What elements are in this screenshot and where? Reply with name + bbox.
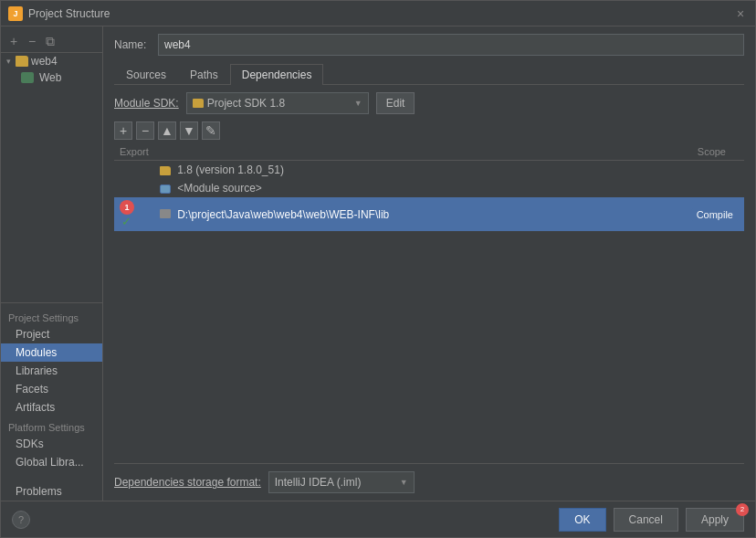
- dep-edit-button[interactable]: ✎: [202, 121, 220, 140]
- tree-item-web-label: Web: [39, 71, 61, 84]
- dep-add-button[interactable]: +: [114, 121, 132, 140]
- dialog-title: Project Structure: [28, 7, 110, 20]
- dep-row-module-export: [114, 179, 154, 197]
- tab-dependencies[interactable]: Dependencies: [230, 64, 324, 85]
- module-sdk-select[interactable]: Project SDK 1.8 ▼: [186, 92, 369, 114]
- sdk-chevron-icon: ▼: [354, 99, 362, 108]
- dep-checkmark: ✓: [121, 215, 131, 228]
- dep-row-module-source[interactable]: <Module source>: [114, 179, 744, 197]
- sdk-value-label: Project SDK 1.8: [207, 97, 285, 110]
- dep-row-jdk-export: [114, 161, 154, 180]
- col-scope: Scope: [686, 143, 744, 161]
- module-sdk-row: Module SDK: Project SDK 1.8 ▼ Edit: [114, 92, 744, 114]
- dep-row-jdk-scope: [686, 161, 744, 180]
- name-label: Name:: [114, 38, 151, 51]
- storage-row: Dependencies storage format: IntelliJ ID…: [114, 463, 744, 493]
- sidebar-item-project-label: Project: [16, 328, 49, 341]
- col-export: Export: [114, 143, 154, 161]
- dep-row-lib-name: D:\project\Java\web\web4\web\WEB-INF\lib: [154, 197, 686, 231]
- tree-item-web[interactable]: Web: [1, 69, 102, 86]
- storage-label: Dependencies storage format:: [114, 476, 261, 489]
- cancel-button[interactable]: Cancel: [614, 508, 678, 532]
- dep-remove-button[interactable]: −: [136, 121, 154, 140]
- project-settings-section: Project Settings Project Modules Librari…: [1, 302, 102, 501]
- module-sdk-label: Module SDK:: [114, 97, 179, 110]
- help-button[interactable]: ?: [12, 511, 30, 529]
- tree-item-web4-label: web4: [31, 55, 58, 68]
- sidebar-item-libraries[interactable]: Libraries: [1, 362, 102, 380]
- sidebar-item-facets[interactable]: Facets: [1, 380, 102, 398]
- jdk-folder-icon: [160, 166, 171, 175]
- bottom-bar: ? OK Cancel Apply 2: [1, 501, 755, 537]
- main-panel: Name: Sources Paths Dependencies Module …: [103, 26, 755, 501]
- module-tree: ▾ web4 Web: [1, 53, 102, 302]
- platform-settings-label: Platform Settings: [1, 417, 102, 435]
- sidebar-item-global-libraries[interactable]: Global Libra...: [1, 453, 102, 471]
- dep-row-lib[interactable]: 1 ✓ D:\project\Java\web\web4\web\WEB-INF…: [114, 197, 744, 231]
- web-icon: [21, 72, 34, 83]
- dep-table: Export Scope: [114, 143, 744, 231]
- sidebar-copy-button[interactable]: ⧉: [43, 34, 58, 48]
- dep-row-module-name: <Module source>: [154, 179, 686, 197]
- sidebar-add-button[interactable]: +: [6, 34, 21, 48]
- sidebar-item-sdks-label: SDKs: [16, 438, 44, 450]
- dep-row-jdk-name: 1.8 (version 1.8.0_51): [154, 161, 686, 180]
- dep-row-lib-scope: Compile: [686, 197, 744, 231]
- app-icon: J: [8, 6, 23, 21]
- dep-down-button[interactable]: ▼: [180, 121, 198, 140]
- bottom-left: ?: [12, 511, 30, 529]
- title-bar: J Project Structure ×: [1, 1, 755, 26]
- tab-content: Module SDK: Project SDK 1.8 ▼ Edit + − ▲: [114, 92, 744, 493]
- dep-badge: 1: [120, 200, 134, 215]
- sidebar-item-libraries-label: Libraries: [16, 364, 58, 377]
- apply-button[interactable]: Apply 2: [686, 508, 744, 532]
- dep-row-lib-name-text: D:\project\Java\web\web4\web\WEB-INF\lib: [177, 208, 389, 221]
- sidebar-item-artifacts[interactable]: Artifacts: [1, 398, 102, 417]
- sdk-folder-icon: [193, 99, 204, 108]
- apply-badge: 2: [736, 503, 749, 516]
- project-structure-dialog: J Project Structure × + − ⧉ ▾ web4: [0, 0, 756, 538]
- sidebar-item-artifacts-label: Artifacts: [16, 401, 55, 414]
- tree-collapse-icon: ▾: [6, 57, 11, 66]
- sidebar-item-problems-label: Problems: [16, 485, 62, 498]
- tab-dependencies-label: Dependencies: [242, 69, 312, 81]
- dep-list-area: Export Scope: [114, 143, 744, 463]
- sidebar-item-sdks[interactable]: SDKs: [1, 435, 102, 453]
- edit-sdk-button[interactable]: Edit: [376, 92, 415, 114]
- scope-badge: Compile: [691, 208, 739, 221]
- sidebar-item-problems[interactable]: Problems: [1, 482, 102, 501]
- dialog-content: + − ⧉ ▾ web4 Web Project Settings: [1, 26, 755, 501]
- dep-row-lib-export: 1 ✓: [114, 197, 154, 231]
- storage-chevron-icon: ▼: [400, 478, 408, 487]
- storage-value-label: IntelliJ IDEA (.iml): [275, 476, 362, 489]
- ok-button[interactable]: OK: [559, 508, 605, 532]
- tab-sources[interactable]: Sources: [114, 64, 178, 85]
- sidebar-toolbar: + − ⧉: [1, 30, 102, 53]
- sidebar-item-modules-label: Modules: [16, 346, 57, 359]
- dep-toolbar: + − ▲ ▼ ✎: [114, 121, 744, 140]
- dep-row-module-name-text: <Module source>: [177, 182, 262, 195]
- sidebar-remove-button[interactable]: −: [25, 34, 39, 48]
- sidebar-item-modules[interactable]: Modules: [1, 343, 102, 362]
- storage-select[interactable]: IntelliJ IDEA (.iml) ▼: [268, 471, 415, 493]
- name-row: Name:: [114, 34, 744, 56]
- module-source-icon: [160, 185, 171, 194]
- project-settings-label: Project Settings: [1, 307, 102, 325]
- sidebar-item-global-libraries-label: Global Libra...: [16, 456, 84, 469]
- tree-item-web4[interactable]: ▾ web4: [1, 53, 102, 69]
- lib-folder-icon: [160, 209, 171, 218]
- dep-row-jdk[interactable]: 1.8 (version 1.8.0_51): [114, 161, 744, 180]
- dep-content: Export Scope: [114, 143, 744, 493]
- tab-paths-label: Paths: [190, 69, 218, 81]
- folder-icon: [16, 56, 28, 67]
- col-name: [154, 143, 686, 161]
- tab-paths[interactable]: Paths: [178, 64, 230, 85]
- name-input[interactable]: [158, 34, 744, 56]
- apply-button-label: Apply: [701, 513, 729, 526]
- tab-sources-label: Sources: [126, 69, 166, 81]
- sidebar: + − ⧉ ▾ web4 Web Project Settings: [1, 26, 103, 501]
- sidebar-item-project[interactable]: Project: [1, 325, 102, 343]
- close-button[interactable]: ×: [733, 6, 748, 21]
- dep-up-button[interactable]: ▲: [158, 121, 176, 140]
- dep-table-header: Export Scope: [114, 143, 744, 161]
